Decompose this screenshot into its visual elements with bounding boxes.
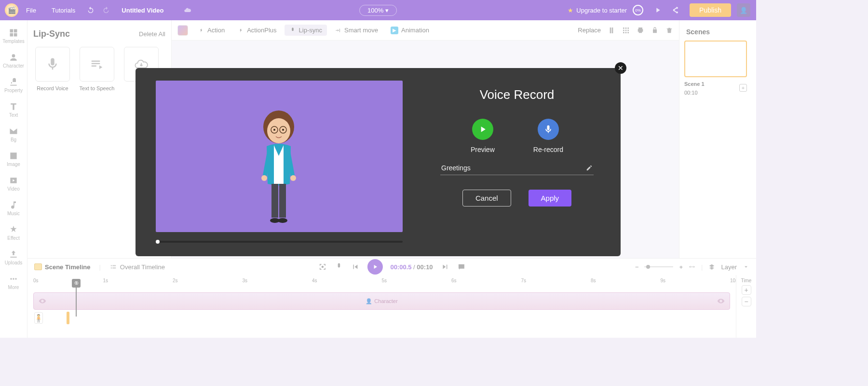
svg-rect-10 [279, 184, 286, 218]
play-icon [472, 119, 493, 140]
svg-point-12 [278, 218, 287, 223]
preview-video[interactable] [156, 81, 403, 232]
character-illustration [252, 103, 305, 228]
edit-icon[interactable] [586, 165, 593, 171]
rerecord-action[interactable]: Re-record [533, 119, 563, 153]
svg-point-13 [261, 175, 267, 181]
svg-point-14 [290, 175, 296, 181]
preview-action[interactable]: Preview [471, 119, 495, 153]
svg-rect-9 [271, 184, 278, 218]
modal-close-button[interactable]: ✕ [615, 62, 626, 74]
preview-label: Preview [471, 146, 495, 153]
svg-point-4 [267, 118, 290, 143]
modal-title: Voice Record [433, 87, 601, 102]
preview-progress[interactable] [156, 241, 403, 243]
cancel-button[interactable]: Cancel [462, 190, 511, 207]
microphone-icon [538, 119, 559, 140]
rerecord-label: Re-record [533, 146, 563, 153]
apply-button[interactable]: Apply [529, 190, 572, 207]
voice-record-modal: ✕ [136, 68, 621, 256]
recording-name-input[interactable] [441, 164, 586, 172]
svg-point-8 [282, 129, 284, 131]
svg-point-7 [273, 129, 275, 131]
